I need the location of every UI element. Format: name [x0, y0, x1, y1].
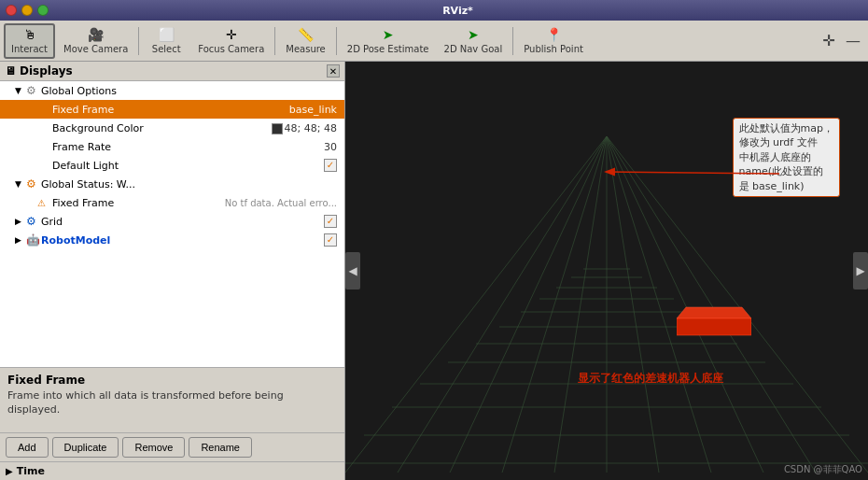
fixed-frame-status-label: Fixed Frame: [52, 197, 225, 209]
select-button[interactable]: ⬜ Select: [143, 23, 189, 59]
robot-model-checkbox[interactable]: ✓: [324, 233, 337, 247]
titlebar: RViz*: [0, 0, 868, 21]
gear-icon: ⚙: [26, 84, 41, 97]
publish-point-button[interactable]: 📍 Publish Point: [517, 23, 590, 59]
grid-checkbox[interactable]: ✓: [324, 215, 337, 228]
add-display-button[interactable]: ✛: [818, 30, 840, 52]
fixed-frame-label: Fixed Frame: [52, 104, 289, 116]
toggle-robot-model[interactable]: ▶: [15, 235, 26, 245]
duplicate-button[interactable]: Duplicate: [52, 437, 119, 458]
annotation-top: 此处默认值为map， 修改为 urdf 文件 中机器人底座的 name(此处设置…: [733, 118, 840, 197]
interact-button[interactable]: 🖱 Interact: [4, 23, 55, 59]
viewport-left-arrow[interactable]: ◀: [345, 252, 360, 289]
close-button[interactable]: [6, 5, 17, 16]
pose-estimate-button[interactable]: ➤ 2D Pose Estimate: [341, 23, 436, 59]
frame-rate-label: Frame Rate: [52, 141, 324, 153]
window-title: RViz*: [53, 5, 862, 17]
minus-button[interactable]: —: [842, 30, 864, 52]
frame-rate-value: 30: [324, 141, 341, 153]
grid-value: ✓: [324, 215, 341, 228]
time-bar: ▶ Time: [0, 461, 344, 480]
measure-button[interactable]: 📏 Measure: [279, 23, 332, 59]
displays-icon: 🖥: [5, 64, 16, 78]
main-area: 🖥 Displays ✕ ▼ ⚙ Global Options Fixed Fr…: [0, 62, 868, 480]
svg-marker-25: [677, 318, 751, 335]
toggle-fixed-frame: [26, 105, 37, 114]
interact-icon: 🖱: [23, 27, 36, 42]
tree-item-default-light[interactable]: Default Light ✓: [0, 156, 344, 175]
info-title: Fixed Frame: [7, 374, 337, 387]
move-camera-label: Move Camera: [63, 44, 128, 54]
interact-label: Interact: [11, 44, 48, 54]
robot-model-label: RobotModel: [41, 234, 324, 247]
fixed-frame-value: base_link: [289, 104, 341, 116]
minimize-button[interactable]: [21, 5, 33, 16]
select-icon: ⬜: [159, 27, 175, 42]
viewport-right-arrow[interactable]: ▶: [853, 252, 868, 289]
focus-camera-button[interactable]: ✛ Focus Camera: [191, 23, 271, 59]
fixed-frame-status-value: No tf data. Actual erro...: [225, 198, 341, 208]
warning-icon: ⚙: [26, 177, 41, 191]
rename-button[interactable]: Rename: [189, 437, 252, 458]
robot-svg: [677, 300, 751, 342]
grid-icon: ⚙: [26, 215, 41, 228]
tree-item-fixed-frame[interactable]: Fixed Frame base_link: [0, 100, 344, 119]
publish-icon: 📍: [546, 27, 562, 42]
tree-item-global-options[interactable]: ▼ ⚙ Global Options: [0, 81, 344, 100]
tree-item-fixed-frame-status[interactable]: ⚠ Fixed Frame No tf data. Actual erro...: [0, 193, 344, 212]
robot-3d: [677, 300, 751, 345]
nav-icon: ➤: [468, 27, 479, 42]
add-button[interactable]: Add: [6, 437, 49, 458]
time-label: Time: [17, 465, 45, 477]
tree-item-background-color[interactable]: Background Color 48; 48; 48: [0, 119, 344, 137]
remove-button[interactable]: Remove: [122, 437, 185, 458]
annotation-bottom: 显示了红色的差速机器人底座: [578, 371, 723, 387]
default-light-checkbox[interactable]: ✓: [324, 159, 337, 172]
nav-goal-label: 2D Nav Goal: [444, 44, 503, 54]
bottom-buttons: Add Duplicate Remove Rename: [0, 432, 344, 461]
separator-3: [336, 27, 337, 55]
bg-color-icon: [37, 121, 52, 134]
background-color-label: Background Color: [52, 122, 272, 134]
toggle-frame-rate: [26, 142, 37, 151]
tree-item-frame-rate[interactable]: Frame Rate 30: [0, 137, 344, 156]
viewport[interactable]: ◀ ▶ 此处默认值为map， 修改为 urdf 文件 中机器人底座的 name(…: [345, 62, 868, 480]
displays-label: Displays: [20, 64, 73, 78]
publish-point-label: Publish Point: [524, 44, 583, 54]
move-camera-button[interactable]: 🎥 Move Camera: [57, 23, 134, 59]
nav-goal-button[interactable]: ➤ 2D Nav Goal: [438, 23, 510, 59]
maximize-button[interactable]: [37, 5, 49, 16]
robot-icon: 🤖: [26, 233, 41, 247]
toggle-global-options[interactable]: ▼: [15, 86, 26, 95]
time-toggle[interactable]: ▶: [6, 466, 13, 476]
robot-model-value: ✓: [324, 233, 341, 247]
tree-item-global-status[interactable]: ▼ ⚙ Global Status: W...: [0, 175, 344, 193]
select-label: Select: [152, 44, 181, 54]
background-color-value: 48; 48; 48: [272, 122, 341, 134]
left-panel: 🖥 Displays ✕ ▼ ⚙ Global Options Fixed Fr…: [0, 62, 345, 480]
color-swatch[interactable]: [272, 123, 283, 134]
frame-rate-icon: [37, 140, 52, 153]
toggle-grid[interactable]: ▶: [15, 217, 26, 226]
global-options-label: Global Options: [41, 85, 341, 97]
pose-estimate-label: 2D Pose Estimate: [347, 44, 429, 54]
separator-1: [138, 27, 139, 55]
tree-panel[interactable]: ▼ ⚙ Global Options Fixed Frame base_link…: [0, 81, 344, 367]
toggle-global-status[interactable]: ▼: [15, 179, 26, 189]
focus-camera-label: Focus Camera: [198, 44, 264, 54]
grid-label: Grid: [41, 216, 324, 228]
toolbar: 🖱 Interact 🎥 Move Camera ⬜ Select ✛ Focu…: [0, 21, 868, 62]
annotation-top-text: 此处默认值为map， 修改为 urdf 文件 中机器人底座的 name(此处设置…: [739, 122, 833, 192]
warning-small-icon: ⚠: [37, 198, 52, 208]
toolbar-end: ✛ —: [818, 30, 864, 52]
info-text: Frame into which all data is transformed…: [7, 388, 337, 417]
tree-item-robot-model[interactable]: ▶ 🤖 RobotModel ✓: [0, 231, 344, 249]
displays-close-button[interactable]: ✕: [327, 64, 340, 78]
separator-4: [512, 27, 513, 55]
global-status-label: Global Status: W...: [41, 178, 341, 191]
default-light-value: ✓: [324, 159, 341, 172]
toggle-default-light: [26, 161, 37, 170]
tree-item-grid[interactable]: ▶ ⚙ Grid ✓: [0, 212, 344, 231]
annotation-bottom-text: 显示了红色的差速机器人底座: [578, 372, 723, 385]
default-light-icon: [37, 159, 52, 172]
